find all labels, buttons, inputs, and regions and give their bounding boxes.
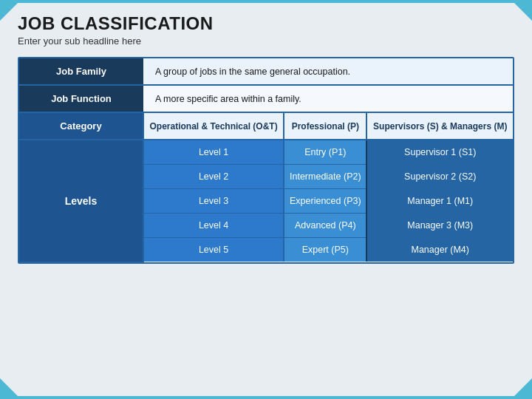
level-3-prof: Experienced (P3) [284, 189, 366, 214]
job-family-row: Job Family A group of jobs in the same g… [19, 58, 513, 85]
level-4-num: Level 4 [143, 214, 284, 238]
level-4-sup: Manager 3 (M3) [366, 214, 513, 238]
level-5-num: Level 5 [143, 238, 284, 262]
level-row-1: Levels Level 1 Entry (P1) Supervisor 1 (… [19, 140, 513, 165]
level-2-prof: Intermediate (P2) [284, 165, 366, 189]
level-3-num: Level 3 [143, 189, 284, 214]
level-2-sup: Supervisor 2 (S2) [366, 165, 513, 189]
category-label: Category [19, 112, 143, 140]
level-3-sup: Manager 1 (M1) [366, 189, 513, 214]
page: JOB CLASSIFICATION Enter your sub headli… [0, 0, 532, 399]
level-1-num: Level 1 [143, 140, 284, 165]
category-row: Category Operational & Technical (O&T) P… [19, 112, 513, 140]
page-subtitle: Enter your sub headline here [18, 35, 514, 47]
job-family-description: A group of jobs in the same general occu… [143, 58, 513, 85]
level-2-num: Level 2 [143, 165, 284, 189]
category-ot: Operational & Technical (O&T) [143, 112, 284, 140]
levels-label: Levels [19, 140, 143, 262]
job-function-label: Job Function [19, 85, 143, 112]
page-title: JOB CLASSIFICATION [18, 13, 514, 34]
job-function-description: A more specific area within a family. [143, 85, 513, 112]
job-function-row: Job Function A more specific area within… [19, 85, 513, 112]
accent-top [0, 0, 532, 3]
corner-tl [0, 0, 21, 21]
category-p: Professional (P) [284, 112, 366, 140]
level-1-sup: Supervisor 1 (S1) [366, 140, 513, 165]
level-4-prof: Advanced (P4) [284, 214, 366, 238]
level-1-prof: Entry (P1) [284, 140, 366, 165]
accent-bottom [0, 396, 532, 399]
level-5-sup: Manager (M4) [366, 238, 513, 262]
level-5-prof: Expert (P5) [284, 238, 366, 262]
classification-table: Job Family A group of jobs in the same g… [18, 57, 514, 264]
job-family-label: Job Family [19, 58, 143, 85]
category-sm: Supervisors (S) & Managers (M) [366, 112, 513, 140]
corner-tr [511, 0, 532, 21]
